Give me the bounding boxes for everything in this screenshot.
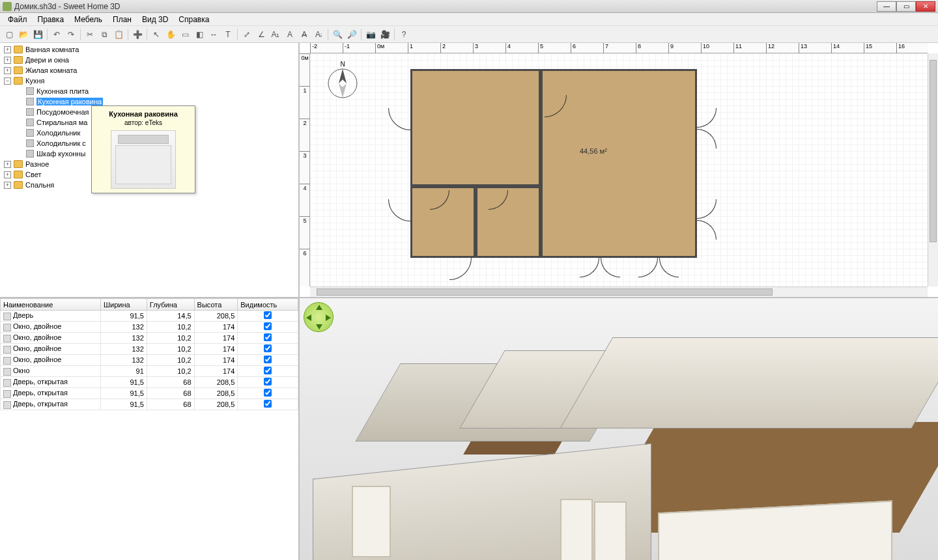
row-depth: 10,2 bbox=[147, 366, 194, 377]
folder-label: Ванная комната bbox=[25, 46, 79, 53]
folder-label: Свет bbox=[25, 171, 41, 178]
expand-icon[interactable]: + bbox=[4, 57, 11, 64]
folder-icon bbox=[14, 160, 23, 168]
expand-icon[interactable]: + bbox=[4, 161, 11, 168]
column-header[interactable]: Глубина bbox=[147, 299, 194, 311]
expand-icon[interactable]: + bbox=[4, 182, 11, 189]
label-icon[interactable]: A₁ bbox=[269, 28, 282, 41]
table-row[interactable]: Дверь, открытая91,568208,5 bbox=[1, 399, 298, 410]
cut-icon[interactable]: ✂ bbox=[83, 28, 96, 41]
ruler-tick: 3 bbox=[473, 43, 478, 53]
close-button[interactable]: ✕ bbox=[916, 1, 935, 12]
view-3d[interactable] bbox=[300, 298, 938, 560]
photo-icon[interactable]: 📷 bbox=[364, 28, 377, 41]
room-icon[interactable]: ◧ bbox=[193, 28, 206, 41]
item-label: Холодильник bbox=[36, 129, 80, 137]
visibility-checkbox[interactable] bbox=[264, 311, 272, 319]
nav-right-icon[interactable] bbox=[326, 315, 331, 321]
table-row[interactable]: Дверь91,514,5208,5 bbox=[1, 311, 298, 322]
ruler-vertical: 0м123456 bbox=[300, 53, 310, 287]
furniture-icon bbox=[3, 357, 11, 365]
expand-icon[interactable]: + bbox=[4, 67, 11, 74]
undo-icon[interactable]: ↶ bbox=[50, 28, 63, 41]
nav-left-icon[interactable] bbox=[306, 315, 311, 321]
catalog-item[interactable]: Кухонная плита bbox=[1, 86, 297, 96]
plan-scrollbar-vertical[interactable] bbox=[928, 53, 938, 287]
table-row[interactable]: Окно, двойное13210,2174 bbox=[1, 355, 298, 366]
column-header[interactable]: Ширина bbox=[100, 299, 147, 311]
table-row[interactable]: Окно, двойное13210,2174 bbox=[1, 344, 298, 355]
visibility-checkbox[interactable] bbox=[264, 344, 272, 352]
pan-icon[interactable]: ✋ bbox=[164, 28, 177, 41]
text2-icon[interactable]: Aᵢ bbox=[312, 28, 325, 41]
expand-icon[interactable]: + bbox=[4, 46, 11, 53]
minimize-button[interactable]: — bbox=[877, 1, 896, 12]
column-header[interactable]: Высота bbox=[194, 299, 238, 311]
table-row[interactable]: Окно, двойное13210,2174 bbox=[1, 322, 298, 333]
catalog-folder[interactable]: +Жилая комната bbox=[1, 65, 297, 76]
furniture-table[interactable]: НаименованиеШиринаГлубинаВысотаВидимость… bbox=[0, 298, 298, 560]
angle-icon[interactable]: ∠ bbox=[255, 28, 268, 41]
visibility-checkbox[interactable] bbox=[264, 389, 272, 397]
nav-up-icon[interactable] bbox=[316, 305, 322, 310]
furniture-catalog[interactable]: +Ванная комната+Двери и окна+Жилая комна… bbox=[0, 43, 298, 298]
menu-справка[interactable]: Справка bbox=[173, 14, 214, 25]
add-furniture-icon[interactable]: ➕ bbox=[131, 28, 144, 41]
catalog-folder[interactable]: +Двери и окна bbox=[1, 55, 297, 65]
open-icon[interactable]: 📂 bbox=[17, 28, 30, 41]
row-width: 132 bbox=[100, 344, 147, 355]
maximize-button[interactable]: ▭ bbox=[896, 1, 916, 12]
dim-icon[interactable]: ⤢ bbox=[240, 28, 253, 41]
menu-файл[interactable]: Файл bbox=[3, 14, 33, 25]
ruler-tick: 3 bbox=[300, 151, 310, 159]
folder-label: Двери и окна bbox=[25, 56, 69, 64]
menu-вид 3d[interactable]: Вид 3D bbox=[137, 14, 173, 25]
visibility-checkbox[interactable] bbox=[264, 322, 272, 330]
select-icon[interactable]: ↖ bbox=[150, 28, 163, 41]
room-4[interactable] bbox=[476, 186, 541, 258]
room-1[interactable] bbox=[410, 69, 541, 186]
visibility-checkbox[interactable] bbox=[264, 400, 272, 408]
visibility-checkbox[interactable] bbox=[264, 367, 272, 374]
plan-2d-view[interactable]: -2-10м12345678910111213141516 0м123456 N… bbox=[300, 43, 938, 298]
column-header[interactable]: Наименование bbox=[1, 299, 101, 311]
copy-icon[interactable]: ⧉ bbox=[98, 28, 111, 41]
zoom-out-icon[interactable]: 🔎 bbox=[345, 28, 358, 41]
menu-план[interactable]: План bbox=[107, 14, 137, 25]
catalog-folder[interactable]: +Ванная комната bbox=[1, 44, 297, 55]
wall-icon[interactable]: ▭ bbox=[178, 28, 192, 41]
redo-icon[interactable]: ↷ bbox=[64, 28, 78, 41]
folder-icon bbox=[14, 56, 23, 64]
hide-dim-icon[interactable]: A̶ bbox=[298, 28, 311, 41]
furniture-icon bbox=[3, 335, 11, 343]
show-dim-icon[interactable]: A bbox=[283, 28, 296, 41]
text-icon[interactable]: T bbox=[221, 28, 234, 41]
row-depth: 14,5 bbox=[147, 311, 194, 322]
paste-icon[interactable]: 📋 bbox=[112, 28, 125, 41]
app-icon bbox=[3, 2, 12, 11]
floorplan[interactable]: 44,56 м² bbox=[410, 69, 697, 264]
expand-icon[interactable]: + bbox=[4, 171, 11, 178]
save-icon[interactable]: 💾 bbox=[31, 28, 44, 41]
new-icon[interactable]: ▢ bbox=[3, 28, 16, 41]
column-header[interactable]: Видимость bbox=[238, 299, 298, 311]
ruler-tick: 4 bbox=[505, 43, 511, 53]
help-icon[interactable]: ? bbox=[397, 28, 410, 41]
visibility-checkbox[interactable] bbox=[264, 333, 272, 341]
table-row[interactable]: Окно9110,2174 bbox=[1, 366, 298, 377]
plan-scrollbar-horizontal[interactable] bbox=[310, 287, 928, 297]
dimension-icon[interactable]: ↔ bbox=[207, 28, 220, 41]
table-row[interactable]: Дверь, открытая91,568208,5 bbox=[1, 388, 298, 399]
collapse-icon[interactable]: − bbox=[4, 77, 11, 85]
menu-правка[interactable]: Правка bbox=[33, 14, 70, 25]
visibility-checkbox[interactable] bbox=[264, 378, 272, 385]
video-icon[interactable]: 🎥 bbox=[378, 28, 391, 41]
catalog-folder[interactable]: −Кухня bbox=[1, 76, 297, 86]
folder-icon bbox=[14, 46, 23, 53]
menu-мебель[interactable]: Мебель bbox=[69, 14, 107, 25]
zoom-in-icon[interactable]: 🔍 bbox=[331, 28, 344, 41]
visibility-checkbox[interactable] bbox=[264, 356, 272, 363]
table-row[interactable]: Дверь, открытая91,568208,5 bbox=[1, 377, 298, 388]
row-depth: 68 bbox=[147, 399, 194, 410]
table-row[interactable]: Окно, двойное13210,2174 bbox=[1, 333, 298, 344]
